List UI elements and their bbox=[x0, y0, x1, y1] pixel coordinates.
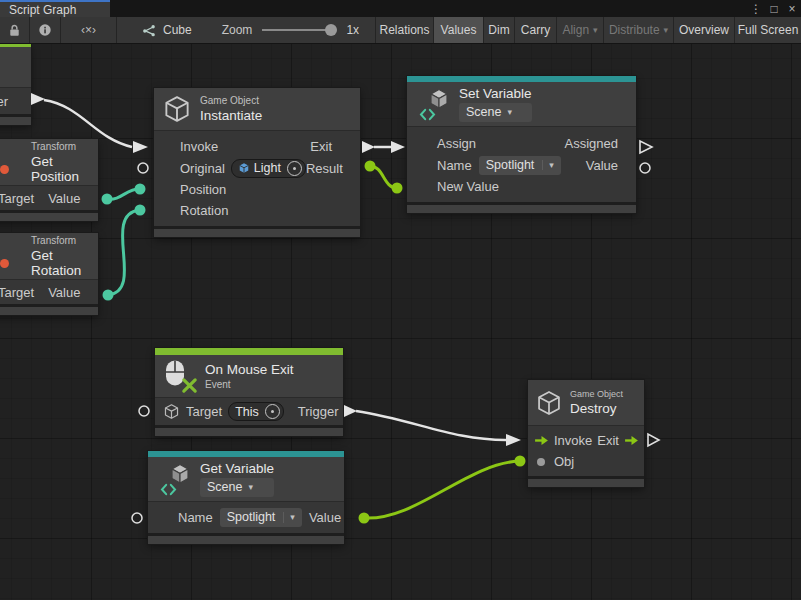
chevron-down-icon: ▾ bbox=[542, 160, 554, 171]
chevron-down-icon: ▾ bbox=[283, 512, 295, 523]
port-label-invoke: Invoke bbox=[180, 139, 218, 154]
overview-button[interactable]: Overview bbox=[674, 17, 734, 43]
node-accent-bar bbox=[155, 348, 343, 355]
object-picker-icon[interactable] bbox=[265, 404, 280, 419]
port-position-input[interactable] bbox=[135, 184, 146, 195]
chevron-down-icon: ▾ bbox=[593, 26, 598, 35]
port-label-rotation: Rotation bbox=[180, 203, 228, 218]
variable-scope-dropdown[interactable]: Scene ▾ bbox=[200, 478, 274, 497]
port-label-assigned: Assigned bbox=[565, 136, 618, 151]
object-picker-icon[interactable] bbox=[287, 161, 302, 176]
node-title: Set Variable bbox=[459, 86, 532, 101]
port-getrotation-value[interactable] bbox=[103, 290, 114, 301]
close-icon[interactable]: × bbox=[783, 0, 801, 17]
node-footer bbox=[0, 304, 98, 315]
align-button[interactable]: Align ▾ bbox=[557, 17, 603, 43]
graph-icon bbox=[141, 24, 156, 37]
info-icon[interactable] bbox=[30, 17, 60, 43]
distribute-label: Distribute bbox=[609, 23, 660, 37]
port-trigger-output[interactable] bbox=[31, 93, 45, 105]
variable-icon bbox=[419, 87, 451, 121]
wire-rotation bbox=[108, 210, 139, 295]
port-mouseexit-target[interactable] bbox=[139, 406, 149, 416]
port-label-obj: Obj bbox=[554, 454, 574, 469]
values-button[interactable]: Values bbox=[434, 17, 483, 43]
port-label-invoke: Invoke bbox=[554, 433, 592, 448]
obj-port-dot bbox=[537, 458, 545, 466]
port-label-new-value: New Value bbox=[437, 179, 499, 194]
node-on-mouse-exit[interactable]: On Mouse Exit Event Target This Trigger bbox=[155, 348, 343, 436]
maximize-icon[interactable]: □ bbox=[765, 0, 783, 17]
scope-label: Scene bbox=[466, 105, 501, 120]
port-rotation-input[interactable] bbox=[135, 205, 146, 216]
variable-name-dropdown[interactable]: Spotlight ▾ bbox=[220, 508, 302, 527]
node-header bbox=[0, 47, 31, 87]
node-get-variable[interactable]: Get Variable Scene ▾ Name Spotlight ▾ Va… bbox=[148, 451, 344, 544]
lock-icon[interactable] bbox=[0, 17, 29, 43]
carry-button[interactable]: Carry bbox=[515, 17, 556, 43]
zoom-value: 1x bbox=[346, 23, 359, 37]
zoom-slider-knob[interactable] bbox=[325, 24, 337, 36]
port-destroy-invoke-input[interactable] bbox=[506, 434, 521, 446]
transform-icon bbox=[0, 165, 9, 174]
code-view-button[interactable]: ‹×› bbox=[61, 17, 116, 43]
port-getposition-value[interactable] bbox=[102, 194, 113, 205]
port-invoke-input[interactable] bbox=[133, 141, 148, 153]
distribute-button[interactable]: Distribute ▾ bbox=[604, 17, 673, 43]
port-trigger-output[interactable] bbox=[344, 405, 357, 417]
port-label-position: Position bbox=[180, 182, 226, 197]
node-get-position[interactable]: Transform Get Position Target Value bbox=[0, 139, 98, 221]
original-object-field[interactable]: Light bbox=[231, 159, 306, 178]
full-screen-button[interactable]: Full Screen bbox=[735, 17, 801, 43]
port-getvariable-name[interactable] bbox=[132, 513, 142, 523]
game-object-icon bbox=[163, 403, 180, 420]
node-title: On Mouse Exit bbox=[205, 362, 294, 377]
graph-canvas[interactable]: Trigger Transform Get Position Target Va… bbox=[0, 44, 801, 600]
port-label-trigger: Trigger bbox=[0, 94, 8, 109]
toolbar-middle-group: Cube Zoom 1x bbox=[117, 17, 375, 43]
chevron-down-icon: ▾ bbox=[664, 26, 669, 35]
port-assigned-output[interactable] bbox=[640, 141, 652, 153]
dim-button[interactable]: Dim bbox=[484, 17, 514, 43]
port-label-target: Target bbox=[0, 191, 34, 206]
graph-breadcrumb[interactable]: Cube bbox=[163, 23, 192, 37]
zoom-slider[interactable] bbox=[262, 29, 334, 31]
port-assign-input[interactable] bbox=[391, 141, 405, 153]
object-field-value: This bbox=[235, 405, 259, 419]
port-newvalue-input[interactable] bbox=[392, 183, 403, 194]
node-partial-event[interactable]: Trigger bbox=[0, 44, 31, 125]
chevron-down-icon: ▾ bbox=[248, 482, 253, 493]
variable-name-dropdown[interactable]: Spotlight ▾ bbox=[479, 156, 561, 175]
port-label-target: Target bbox=[186, 404, 222, 419]
port-original-input[interactable] bbox=[138, 163, 148, 173]
object-field-value: Light bbox=[254, 161, 281, 175]
graph-toolbar: ‹×› Cube Zoom 1x Relations Values Dim Ca… bbox=[0, 17, 801, 44]
port-value-output[interactable] bbox=[640, 163, 650, 173]
port-destroy-exit-output[interactable] bbox=[648, 434, 659, 446]
node-footer bbox=[0, 114, 31, 125]
more-menu-icon[interactable]: ⋮ bbox=[747, 0, 765, 17]
port-result-output[interactable] bbox=[365, 161, 376, 172]
port-exit-output[interactable] bbox=[362, 141, 375, 153]
node-get-rotation[interactable]: Transform Get Rotation Target Value bbox=[0, 233, 98, 315]
node-title: Get Rotation bbox=[31, 248, 98, 278]
port-label-exit: Exit bbox=[310, 139, 332, 154]
relations-button[interactable]: Relations bbox=[376, 17, 433, 43]
port-getvariable-value[interactable] bbox=[359, 513, 370, 524]
tab-bar-spacer bbox=[110, 0, 747, 17]
tab-script-graph[interactable]: Script Graph bbox=[0, 0, 110, 17]
target-object-field[interactable]: This bbox=[228, 402, 284, 421]
port-label-trigger: Trigger bbox=[298, 404, 339, 419]
port-label-assign: Assign bbox=[437, 136, 476, 151]
port-obj-input[interactable] bbox=[515, 456, 526, 467]
node-instantiate[interactable]: Game Object Instantiate Invoke Exit Orig… bbox=[154, 88, 360, 237]
node-title: Get Variable bbox=[200, 461, 274, 476]
node-set-variable[interactable]: Set Variable Scene ▾ Assign Assigned Nam… bbox=[407, 76, 636, 213]
variable-scope-dropdown[interactable]: Scene ▾ bbox=[459, 103, 532, 122]
node-footer bbox=[0, 210, 98, 221]
node-title: Instantiate bbox=[200, 108, 262, 123]
node-title: Get Position bbox=[31, 154, 98, 184]
mouse-event-icon bbox=[164, 358, 198, 394]
port-label-value: Value bbox=[586, 158, 618, 173]
node-destroy[interactable]: Game Object Destroy Invoke Exit bbox=[528, 380, 644, 487]
